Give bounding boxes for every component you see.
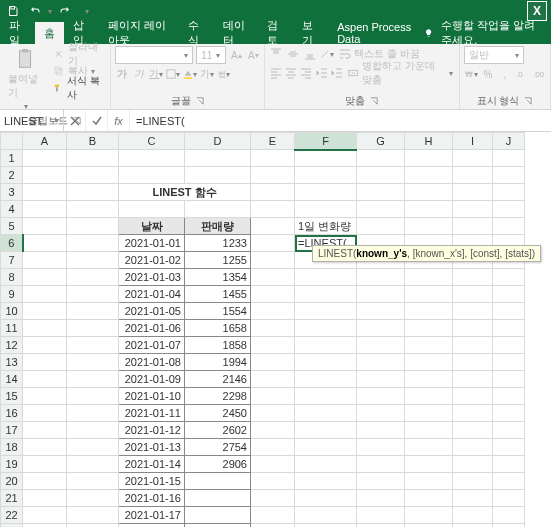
row-header-8[interactable]: 8 [1,269,23,286]
cell-F19[interactable] [295,456,357,473]
cell-F2[interactable] [295,167,357,184]
cell-F21[interactable] [295,490,357,507]
insert-function-button[interactable]: fx [108,110,130,131]
cell-A21[interactable] [23,490,67,507]
cell-A12[interactable] [23,337,67,354]
cell-I2[interactable] [453,167,493,184]
cell-G21[interactable] [357,490,405,507]
align-launcher[interactable] [369,96,379,106]
cell-G1[interactable] [357,150,405,167]
cell-I9[interactable] [453,286,493,303]
cell-D2[interactable] [185,167,251,184]
row-header-22[interactable]: 22 [1,507,23,524]
cell-A22[interactable] [23,507,67,524]
undo-button[interactable] [26,2,44,20]
row-header-11[interactable]: 11 [1,320,23,337]
cell-C20[interactable]: 2021-01-15 [119,473,185,490]
cell-B6[interactable] [67,235,119,252]
cell-E11[interactable] [251,320,295,337]
cell-C8[interactable]: 2021-01-03 [119,269,185,286]
cell-B7[interactable] [67,252,119,269]
cell-G17[interactable] [357,422,405,439]
currency-button[interactable]: ₩▾ [464,67,478,81]
cell-D10[interactable]: 1554 [185,303,251,320]
align-right-button[interactable] [300,66,312,80]
tab-aspen[interactable]: Aspen Process Data [328,22,424,44]
row-header-3[interactable]: 3 [1,184,23,201]
cell-G8[interactable] [357,269,405,286]
cell-F9[interactable] [295,286,357,303]
row-header-6[interactable]: 6 [1,235,23,252]
cell-G18[interactable] [357,439,405,456]
select-all-corner[interactable] [1,133,23,150]
row-header-20[interactable]: 20 [1,473,23,490]
cell-J11[interactable] [493,320,525,337]
cell-C1[interactable] [119,150,185,167]
cell-H15[interactable] [405,388,453,405]
cell-A16[interactable] [23,405,67,422]
cell-C19[interactable]: 2021-01-14 [119,456,185,473]
align-center-button[interactable] [285,66,297,80]
cell-I12[interactable] [453,337,493,354]
cell-E12[interactable] [251,337,295,354]
cell-D18[interactable]: 2754 [185,439,251,456]
cell-J14[interactable] [493,371,525,388]
cell-B15[interactable] [67,388,119,405]
cell-C11[interactable]: 2021-01-06 [119,320,185,337]
cell-J12[interactable] [493,337,525,354]
cell-I19[interactable] [453,456,493,473]
indent-decrease-button[interactable] [316,66,328,80]
align-left-button[interactable] [269,66,281,80]
cell-B23[interactable] [67,524,119,528]
cell-E19[interactable] [251,456,295,473]
cell-E1[interactable] [251,150,295,167]
row-header-14[interactable]: 14 [1,371,23,388]
border-button[interactable]: ▾ [166,67,180,81]
cell-F20[interactable] [295,473,357,490]
cell-J2[interactable] [493,167,525,184]
cell-A23[interactable] [23,524,67,528]
cell-F15[interactable] [295,388,357,405]
number-launcher[interactable] [523,96,533,106]
cell-H11[interactable] [405,320,453,337]
cell-A5[interactable] [23,218,67,235]
orientation-button[interactable]: ▾ [320,47,334,61]
cell-A19[interactable] [23,456,67,473]
cell-E6[interactable] [251,235,295,252]
font-name-combo[interactable]: ▾ [115,46,193,64]
cell-B20[interactable] [67,473,119,490]
cell-F14[interactable] [295,371,357,388]
fill-color-button[interactable]: ▾ [183,67,197,81]
cell-D15[interactable]: 2298 [185,388,251,405]
cell-J3[interactable] [493,184,525,201]
cell-B18[interactable] [67,439,119,456]
cell-H21[interactable] [405,490,453,507]
cell-C18[interactable]: 2021-01-13 [119,439,185,456]
cell-I5[interactable] [453,218,493,235]
cell-D9[interactable]: 1455 [185,286,251,303]
cell-B8[interactable] [67,269,119,286]
cell-A10[interactable] [23,303,67,320]
cell-I3[interactable] [453,184,493,201]
cut-button[interactable]: 잘라내기 [51,46,106,62]
cell-H17[interactable] [405,422,453,439]
cell-J22[interactable] [493,507,525,524]
cell-A20[interactable] [23,473,67,490]
cell-I16[interactable] [453,405,493,422]
col-header-B[interactable]: B [67,133,119,150]
cell-E13[interactable] [251,354,295,371]
cell-J17[interactable] [493,422,525,439]
number-format-combo[interactable]: 일반 ▾ [464,46,524,64]
cell-D21[interactable] [185,490,251,507]
cell-J5[interactable] [493,218,525,235]
underline-button[interactable]: 가▾ [149,67,163,81]
cell-C14[interactable]: 2021-01-09 [119,371,185,388]
cell-E23[interactable] [251,524,295,528]
cell-I15[interactable] [453,388,493,405]
cell-H1[interactable] [405,150,453,167]
font-color-button[interactable]: 가▾ [200,67,214,81]
cell-F17[interactable] [295,422,357,439]
cell-C17[interactable]: 2021-01-12 [119,422,185,439]
cell-G13[interactable] [357,354,405,371]
comma-button[interactable]: , [498,67,512,81]
